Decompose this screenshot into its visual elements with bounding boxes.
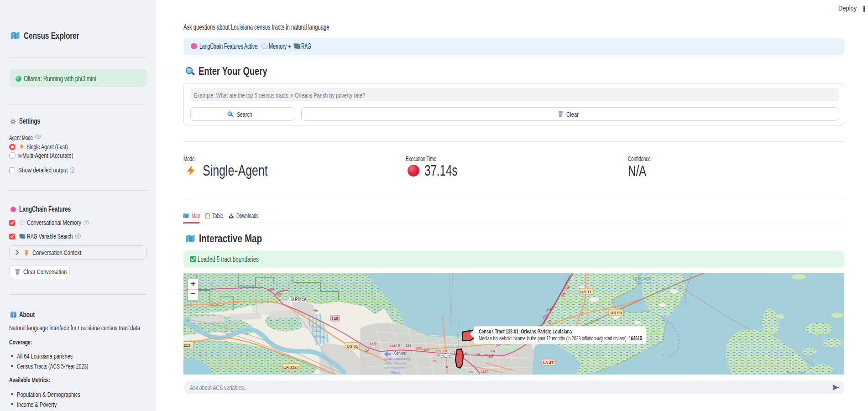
svg-text:LA 3127: LA 3127 <box>283 365 299 369</box>
svg-text:1B: 1B <box>432 359 436 363</box>
svg-text:LA 47: LA 47 <box>543 360 554 365</box>
svg-text:International: International <box>384 366 404 370</box>
svg-text:228 229: 228 229 <box>435 349 447 353</box>
svg-text:US 90: US 90 <box>610 311 622 315</box>
svg-text:3213: 3213 <box>183 343 190 348</box>
svg-text:New Orleans: New Orleans <box>385 361 406 365</box>
svg-text:1A: 1A <box>365 349 369 352</box>
svg-text:Lake Saint: Lake Saint <box>633 276 652 281</box>
svg-text:US 11: US 11 <box>580 290 592 294</box>
svg-text:Catherine: Catherine <box>635 281 652 285</box>
svg-text:224: 224 <box>406 344 411 347</box>
svg-text:Airport: Airport <box>391 370 402 375</box>
svg-text:US 61: US 61 <box>346 344 358 349</box>
svg-text:Kenner: Kenner <box>393 350 407 356</box>
svg-text:235A: 235A <box>481 370 489 373</box>
svg-text:2A: 2A <box>476 353 480 356</box>
svg-text:Median household income in the: Median household income in the past 12 m… <box>479 335 642 342</box>
svg-text:1A: 1A <box>444 365 448 369</box>
svg-text:237: 237 <box>488 355 494 358</box>
svg-text:Louis Armstrong: Louis Armstrong <box>384 357 410 361</box>
svg-text:225: 225 <box>416 346 422 349</box>
svg-text:Bobs Lakes: Bobs Lakes <box>787 370 806 375</box>
svg-text:237: 237 <box>490 349 496 353</box>
svg-text:Metairie: Metairie <box>437 353 452 359</box>
svg-text:I 10: I 10 <box>332 316 338 321</box>
svg-text:LaPlace: LaPlace <box>289 297 307 302</box>
svg-text:226: 226 <box>424 348 429 351</box>
svg-text:Census Tract 133.01; Orleans P: Census Tract 133.01; Orleans Parish; Lou… <box>479 328 572 335</box>
svg-text:232: 232 <box>468 370 474 374</box>
